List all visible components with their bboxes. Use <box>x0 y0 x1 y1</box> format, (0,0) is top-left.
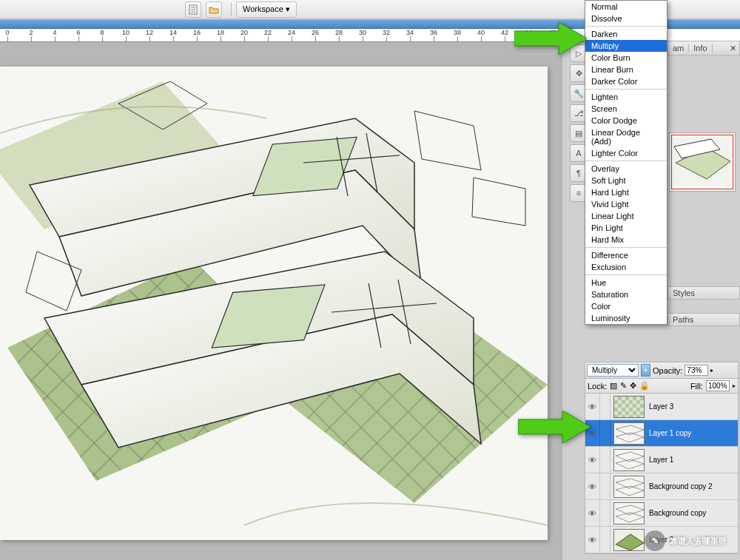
layer-thumbnail[interactable] <box>613 476 645 498</box>
workspace-selector[interactable]: Workspace ▾ <box>236 1 297 18</box>
tab-am[interactable]: am <box>668 44 689 53</box>
toolbar-doc-icon[interactable] <box>185 1 201 18</box>
watermark: ✎ 靠谱人去哪里呀 <box>645 530 727 551</box>
blend-mode-luminosity[interactable]: Luminosity <box>585 312 667 324</box>
visibility-eye-icon[interactable]: 👁 <box>585 447 600 473</box>
blend-mode-lighter-color[interactable]: Lighter Color <box>585 147 667 159</box>
blend-mode-hue[interactable]: Hue <box>585 277 667 289</box>
layer-thumbnail[interactable] <box>613 502 645 524</box>
watermark-text: 靠谱人去哪里呀 <box>670 536 727 547</box>
blend-mode-overlay[interactable]: Overlay <box>585 163 667 175</box>
layer-row[interactable]: 👁Layer 1 <box>585 447 738 473</box>
lock-all-icon[interactable]: 🔒 <box>639 381 650 391</box>
ruler-tick: 32 <box>379 29 394 36</box>
ruler-tick: 18 <box>213 29 228 36</box>
layer-row[interactable]: 👁Background copy <box>585 500 738 527</box>
ruler-tick: 36 <box>426 29 441 36</box>
blend-mode-exclusion[interactable]: Exclusion <box>585 261 667 273</box>
ruler-tick: 10 <box>118 29 133 36</box>
blend-mode-menu[interactable]: NormalDissolveDarkenMultiplyColor BurnLi… <box>585 0 667 325</box>
blend-mode-hard-mix[interactable]: Hard Mix <box>585 234 667 246</box>
panel-tab-styles[interactable]: Styles <box>667 286 740 300</box>
blend-mode-normal[interactable]: Normal <box>585 1 667 13</box>
layers-lock-row: Lock: ▨ ✎ ✥ 🔒 Fill: ▸ <box>585 379 739 394</box>
svg-rect-25 <box>614 450 644 470</box>
blend-select-arrow-icon[interactable]: ▼ <box>641 364 650 377</box>
layer-name-label: Background copy <box>648 509 738 517</box>
blend-mode-select[interactable]: Multiply <box>587 364 639 377</box>
layers-panel: Multiply ▼ Opacity: ▸ Lock: ▨ ✎ ✥ 🔒 Fill… <box>585 362 739 554</box>
svg-marker-31 <box>518 411 591 443</box>
blend-mode-vivid-light[interactable]: Vivid Light <box>585 198 667 210</box>
blend-mode-difference[interactable]: Difference <box>585 249 667 261</box>
ruler-tick: 2 <box>24 29 38 36</box>
toolbar-folder-icon[interactable] <box>206 1 222 18</box>
layer-thumbnail[interactable] <box>613 396 645 418</box>
annotation-arrow-top <box>514 22 588 59</box>
ruler-tick: 20 <box>237 29 252 36</box>
layers-blend-row: Multiply ▼ Opacity: ▸ <box>585 362 739 379</box>
ruler-tick: 0 <box>0 29 15 36</box>
blend-mode-color[interactable]: Color <box>585 300 667 312</box>
layer-row[interactable]: 👁Layer 1 copy <box>585 420 738 447</box>
layer-row[interactable]: 👁Background copy 2 <box>585 473 738 500</box>
lock-transparency-icon[interactable]: ▨ <box>610 381 617 391</box>
blend-mode-darker-color[interactable]: Darker Color <box>585 75 667 87</box>
ruler-tick: 38 <box>450 29 465 36</box>
blend-mode-linear-light[interactable]: Linear Light <box>585 210 667 222</box>
panel-tabs-navigator[interactable]: am Info ✕ <box>667 41 740 55</box>
blend-mode-soft-light[interactable]: Soft Light <box>585 175 667 186</box>
layer-thumbnail[interactable] <box>613 529 645 551</box>
blend-mode-color-burn[interactable]: Color Burn <box>585 52 667 64</box>
ruler-tick: 34 <box>403 29 417 36</box>
layer-row[interactable]: 👁Layer 3 <box>585 394 738 420</box>
ruler-tick: 12 <box>142 29 157 36</box>
link-column <box>600 394 610 419</box>
visibility-eye-icon[interactable]: 👁 <box>585 500 600 526</box>
blend-mode-lighten[interactable]: Lighten <box>585 91 667 103</box>
link-column <box>600 500 610 526</box>
fill-input[interactable] <box>706 380 730 391</box>
lock-move-icon[interactable]: ✥ <box>630 381 636 391</box>
blend-mode-screen[interactable]: Screen <box>585 103 667 115</box>
canvas-artwork <box>0 67 548 540</box>
visibility-eye-icon[interactable]: 👁 <box>585 473 600 499</box>
blend-mode-linear-burn[interactable]: Linear Burn <box>585 64 667 75</box>
ruler-tick: 24 <box>284 29 299 36</box>
document-canvas[interactable] <box>0 67 548 540</box>
svg-rect-24 <box>614 423 644 444</box>
svg-rect-26 <box>614 476 644 497</box>
link-column <box>600 527 610 553</box>
opacity-input[interactable] <box>684 365 708 376</box>
ruler-tick: 22 <box>260 29 275 36</box>
blend-mode-saturation[interactable]: Saturation <box>585 289 667 300</box>
lock-brush-icon[interactable]: ✎ <box>620 381 627 391</box>
layer-thumbnail[interactable] <box>613 449 645 471</box>
layer-thumbnail[interactable] <box>613 422 645 445</box>
visibility-eye-icon[interactable]: 👁 <box>585 527 600 553</box>
layer-name-label: Layer 3 <box>648 402 738 411</box>
blend-mode-pin-light[interactable]: Pin Light <box>585 222 667 234</box>
ruler-tick: 4 <box>47 29 62 36</box>
blend-mode-linear-dodge-add-[interactable]: Linear Dodge (Add) <box>585 126 667 147</box>
tab-info[interactable]: Info <box>689 44 712 53</box>
blend-mode-darken[interactable]: Darken <box>585 28 667 40</box>
watermark-icon: ✎ <box>645 530 665 551</box>
link-column <box>600 447 610 473</box>
ruler-tick: 42 <box>497 29 512 36</box>
blend-mode-dissolve[interactable]: Dissolve <box>585 13 667 24</box>
ruler-tick: 6 <box>71 29 86 36</box>
navigator-thumbnail[interactable] <box>669 132 736 192</box>
ruler-tick: 26 <box>308 29 323 36</box>
opacity-label: Opacity: <box>653 366 682 375</box>
svg-marker-30 <box>514 22 587 55</box>
ruler-tick: 30 <box>355 29 370 36</box>
fill-label: Fill: <box>690 382 703 391</box>
blend-mode-hard-light[interactable]: Hard Light <box>585 186 667 198</box>
blend-mode-color-dodge[interactable]: Color Dodge <box>585 115 667 126</box>
blend-mode-multiply[interactable]: Multiply <box>585 40 667 52</box>
panel-tab-paths[interactable]: Paths <box>667 313 740 326</box>
layer-name-label: Layer 1 copy <box>648 429 738 437</box>
annotation-arrow-bottom <box>518 411 592 448</box>
layer-name-label: Background copy 2 <box>648 482 738 490</box>
